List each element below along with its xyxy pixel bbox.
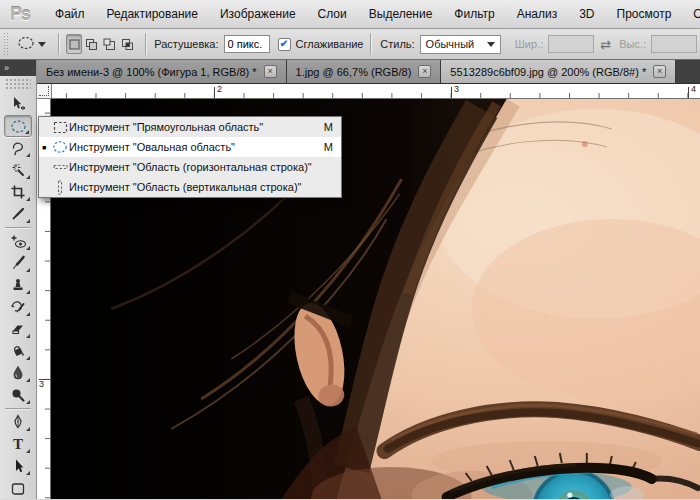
menu-item-elliptical-marquee[interactable]: ■ Инструмент "Овальная область" M <box>39 137 341 157</box>
history-brush-icon <box>10 299 26 315</box>
brush-icon <box>10 255 26 271</box>
menu-filter[interactable]: Фильтр <box>443 7 505 21</box>
chevron-down-icon <box>487 42 495 47</box>
options-grip <box>3 32 8 56</box>
close-icon[interactable]: × <box>418 65 431 78</box>
tab-untitled-3[interactable]: Без имени-3 @ 100% (Фигура 1, RGB/8) * × <box>37 60 287 83</box>
pen-tool[interactable] <box>4 411 32 433</box>
paint-bucket-icon <box>10 343 26 359</box>
dodge-icon <box>10 387 26 403</box>
shortcut-key: M <box>321 141 333 153</box>
feather-label: Растушевка: <box>154 38 218 50</box>
document-tab-bar: Без имени-3 @ 100% (Фигура 1, RGB/8) * ×… <box>37 60 700 84</box>
tools-panel-grip[interactable] <box>5 78 31 91</box>
brush-tool[interactable] <box>4 252 32 274</box>
menu-window[interactable]: Окно <box>682 7 700 21</box>
height-label: Выс.: <box>619 38 646 50</box>
ruler-number: 3 <box>39 379 44 389</box>
style-dropdown[interactable]: Обычный <box>420 35 501 54</box>
eyedropper-tool[interactable] <box>4 203 32 225</box>
blur-tool[interactable] <box>4 362 32 384</box>
subtract-selection-icon <box>103 38 116 51</box>
menu-item-single-column-marquee[interactable]: Инструмент "Область (вертикальная строка… <box>39 177 341 197</box>
eraser-tool[interactable] <box>4 318 32 340</box>
subtract-from-selection-button[interactable] <box>102 34 118 54</box>
crop-tool[interactable] <box>4 181 32 203</box>
tool-preset-picker[interactable] <box>12 34 51 54</box>
add-selection-icon <box>85 38 98 51</box>
antialias-checkbox-checked-icon[interactable]: ✔ <box>278 38 291 51</box>
menu-item-rectangular-marquee[interactable]: Инструмент "Прямоугольная область" M <box>39 117 341 137</box>
tab-5513289c6bf09-jpg[interactable]: 5513289c6bf09.jpg @ 200% (RGB/8#) * × <box>441 60 676 83</box>
crop-icon <box>10 184 26 200</box>
elliptical-marquee-tool[interactable] <box>4 115 32 137</box>
rectangular-marquee-icon <box>51 121 69 134</box>
water-drop-icon <box>10 365 26 381</box>
menu-edit[interactable]: Редактирование <box>96 7 209 21</box>
single-row-marquee-icon <box>51 163 69 171</box>
move-tool[interactable] <box>4 93 32 115</box>
eyedropper-icon <box>10 206 26 222</box>
height-input <box>651 35 697 53</box>
tools-panel-header[interactable]: » <box>0 60 36 76</box>
menu-image[interactable]: Изображение <box>209 7 307 21</box>
feather-input[interactable] <box>224 35 270 53</box>
menu-view[interactable]: Просмотр <box>606 7 683 21</box>
marquee-tool-flyout-menu: Инструмент "Прямоугольная область" M ■ И… <box>38 116 342 198</box>
quick-selection-tool[interactable] <box>4 159 32 181</box>
eraser-icon <box>10 321 26 337</box>
path-select-tool[interactable] <box>4 455 32 477</box>
pen-nib-icon <box>10 414 26 430</box>
menu-file[interactable]: Файл <box>44 7 96 21</box>
shape-tool[interactable] <box>4 477 32 499</box>
menu-bar: Ps Файл Редактирование Изображение Слои … <box>0 0 700 29</box>
new-selection-button[interactable] <box>66 34 82 54</box>
lasso-tool[interactable] <box>4 137 32 159</box>
tab-title: 5513289c6bf09.jpg @ 200% (RGB/8#) * <box>450 66 646 78</box>
lasso-icon <box>10 140 26 156</box>
svg-text:T: T <box>13 436 23 452</box>
menu-item-single-row-marquee[interactable]: Инструмент "Область (горизонтальная стро… <box>39 157 341 177</box>
elliptical-marquee-icon <box>17 36 35 52</box>
chevron-down-icon <box>38 42 46 47</box>
collapse-panel-icon[interactable]: » <box>4 63 10 73</box>
new-selection-icon <box>68 38 81 51</box>
stamp-icon <box>10 277 26 293</box>
ruler-number: 4 <box>691 84 696 94</box>
dodge-tool[interactable] <box>4 384 32 406</box>
shape-icon <box>10 480 26 496</box>
horizontal-ruler: 2 3 4 <box>52 84 700 99</box>
elliptical-marquee-icon <box>51 140 69 154</box>
width-label: Шир.: <box>515 38 543 50</box>
close-icon[interactable]: × <box>264 65 277 78</box>
tab-1-jpg[interactable]: 1.jpg @ 66,7% (RGB/8) × <box>287 60 442 83</box>
swap-dimensions-icon: ⇄ <box>600 37 611 52</box>
shortcut-key: M <box>321 121 333 133</box>
tab-title: Без имени-3 @ 100% (Фигура 1, RGB/8) * <box>46 66 257 78</box>
type-tool[interactable]: T <box>4 433 32 455</box>
intersect-selection-icon <box>121 38 134 51</box>
selection-arrow-icon <box>10 458 26 474</box>
magic-wand-icon <box>10 162 26 178</box>
healing-tool[interactable] <box>4 230 32 252</box>
options-bar: Растушевка: ✔ Сглаживание Стиль: Обычный… <box>0 29 700 60</box>
add-to-selection-button[interactable] <box>84 34 100 54</box>
tools-panel: » <box>0 60 37 499</box>
move-icon <box>10 96 26 112</box>
history-brush-tool[interactable] <box>4 296 32 318</box>
menu-layers[interactable]: Слои <box>307 7 358 21</box>
elliptical-marquee-icon <box>10 119 27 134</box>
menu-3d[interactable]: 3D <box>568 7 605 21</box>
type-icon: T <box>10 436 26 452</box>
antialias-option[interactable]: ✔ Сглаживание <box>278 38 364 51</box>
red-eye-icon <box>10 234 27 249</box>
paint-bucket-tool[interactable] <box>4 340 32 362</box>
menu-select[interactable]: Выделение <box>358 7 444 21</box>
single-column-marquee-icon <box>51 180 69 195</box>
width-input <box>548 35 594 53</box>
ruler-number: 2 <box>217 84 222 94</box>
menu-analysis[interactable]: Анализ <box>506 7 569 21</box>
clone-stamp-tool[interactable] <box>4 274 32 296</box>
close-icon[interactable]: × <box>653 65 666 78</box>
intersect-selection-button[interactable] <box>120 34 136 54</box>
